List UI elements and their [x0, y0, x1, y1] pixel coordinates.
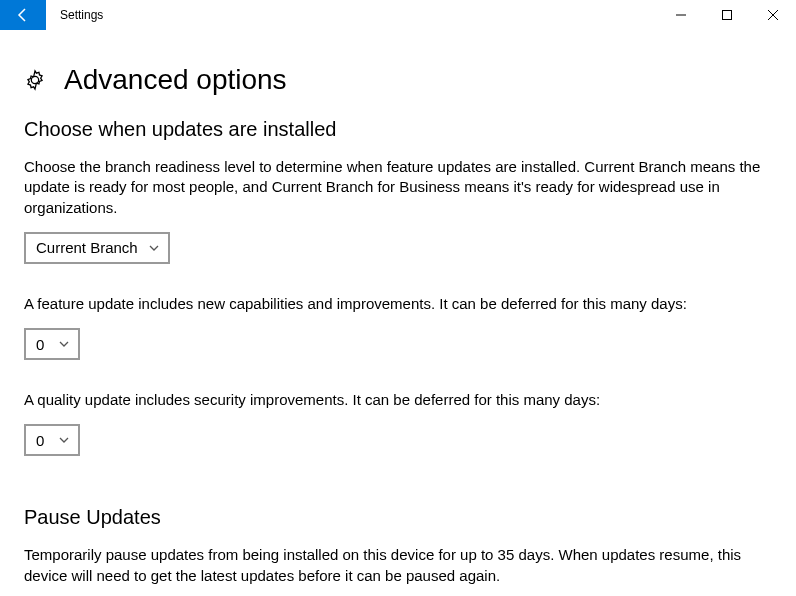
back-button[interactable] — [0, 0, 46, 30]
close-icon — [768, 10, 778, 20]
chevron-down-icon — [58, 434, 70, 446]
minimize-icon — [676, 10, 686, 20]
minimize-button[interactable] — [658, 0, 704, 30]
feature-days-value: 0 — [36, 336, 48, 353]
maximize-button[interactable] — [704, 0, 750, 30]
section-pause: Pause Updates Temporarily pause updates … — [24, 506, 772, 596]
page-header: Advanced options — [24, 50, 772, 118]
section-heading-choose: Choose when updates are installed — [24, 118, 772, 141]
window-title: Settings — [46, 0, 103, 30]
branch-dropdown-value: Current Branch — [36, 239, 138, 256]
window-controls — [658, 0, 796, 30]
quality-defer-description: A quality update includes security impro… — [24, 390, 764, 410]
chevron-down-icon — [58, 338, 70, 350]
titlebar-spacer — [103, 0, 658, 30]
feature-days-dropdown[interactable]: 0 — [24, 328, 80, 360]
gear-icon — [24, 69, 46, 91]
chevron-down-icon — [148, 242, 160, 254]
pause-description: Temporarily pause updates from being ins… — [24, 545, 764, 586]
branch-description: Choose the branch readiness level to det… — [24, 157, 764, 218]
titlebar: Settings — [0, 0, 796, 30]
svg-rect-1 — [723, 11, 732, 20]
branch-dropdown[interactable]: Current Branch — [24, 232, 170, 264]
maximize-icon — [722, 10, 732, 20]
page-title: Advanced options — [64, 64, 287, 96]
close-button[interactable] — [750, 0, 796, 30]
quality-days-value: 0 — [36, 432, 48, 449]
quality-days-dropdown[interactable]: 0 — [24, 424, 80, 456]
section-heading-pause: Pause Updates — [24, 506, 772, 529]
content: Advanced options Choose when updates are… — [0, 30, 796, 596]
arrow-left-icon — [15, 7, 31, 23]
feature-defer-description: A feature update includes new capabiliti… — [24, 294, 764, 314]
